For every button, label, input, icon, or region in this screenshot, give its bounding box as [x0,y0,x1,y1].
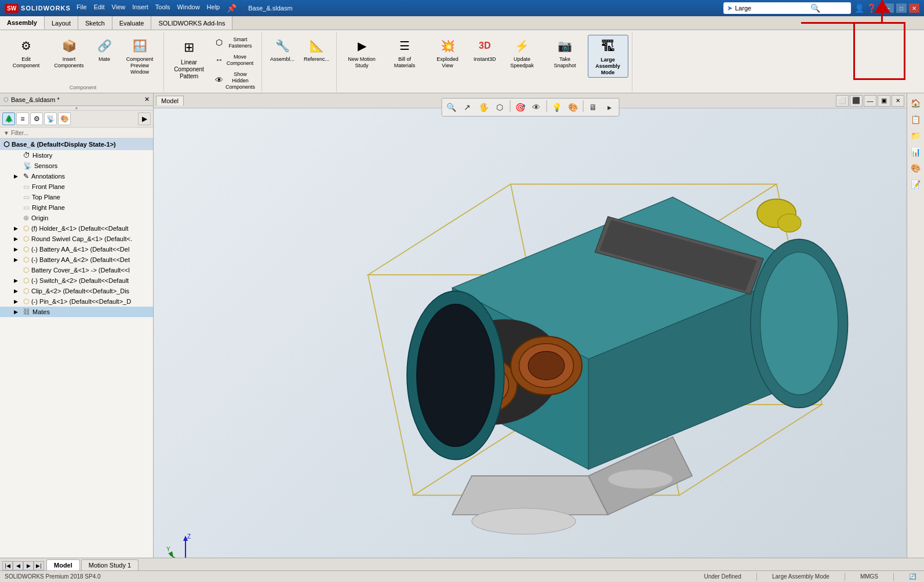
instant3d-button[interactable]: 3D Instant3D [470,35,500,64]
viewport[interactable]: Model ⬜ ⬛ — ▣ ✕ 🔍 ↗ 🖐 ⬡ 🎯 👁 💡 🎨 🖥 ▸ [154,93,907,582]
ft-tab-color[interactable]: 🎨 [58,112,71,125]
close-button[interactable]: ✕ [909,3,919,13]
bottom-tab-model[interactable]: Model [46,559,80,570]
component-preview-icon: 🪟 [130,37,149,55]
tree-item-round-swivel[interactable]: ▶ ⬡ Round Swivel Cap_&<1> (Default<. [0,234,153,244]
svg-point-28 [417,304,494,447]
battery-cover-label: Battery Cover_&<1> -> (Default<<l [31,267,130,274]
tree-item-sensors[interactable]: 📡 Sensors [0,161,153,171]
tree-item-pin-1[interactable]: ▶ ⬡ (-) Pin_&<1> (Default<<Default>_D [0,296,153,307]
new-motion-study-label: New Motion Study [345,56,379,69]
move-component-button[interactable]: ↔ Move Component [212,52,258,68]
tree-item-mates[interactable]: ▶ ⛓ Mates [0,307,153,317]
smart-fasteners-icon: ⬡ [215,37,224,48]
ft-tab-sensor[interactable]: 📡 [44,112,57,125]
rs-folder-btn[interactable]: 📁 [908,128,923,143]
smart-fasteners-button[interactable]: ⬡ Smart Fasteners [212,35,258,51]
tree-item-right-plane[interactable]: ▭ Right Plane [0,202,153,213]
ft-tab-expand[interactable]: ▶ [138,112,151,125]
tree-item-battery-aa-2[interactable]: ▶ ⬡ (-) Battery AA_&<2> (Default<<Det [0,254,153,265]
nav-prev-btn[interactable]: ◀ [13,561,23,570]
tree-item-switch-2[interactable]: ▶ ⬡ (-) Switch_&<2> (Default<<Default [0,275,153,286]
rs-list-btn[interactable]: 📝 [908,177,923,192]
tree-item-battery-aa-1[interactable]: ▶ ⬡ (-) Battery AA_&<1> (Default<<Del [0,244,153,254]
tree-root-node[interactable]: ⬡ Base_& (Default<Display State-1>) [0,139,153,150]
tree-item-history[interactable]: ⏱ History [0,150,153,161]
nav-first-btn[interactable]: |◀ [2,561,13,570]
new-motion-study-button[interactable]: ▶ New Motion Study [341,35,382,71]
menu-tools[interactable]: Tools [155,3,170,13]
linear-pattern-icon: ⊞ [179,37,199,58]
menu-view[interactable]: View [112,3,126,13]
user-icon[interactable]: 👤 [854,3,864,13]
ft-tab-tree[interactable]: 🌲 [2,112,15,125]
history-icon: ⏱ [23,151,30,159]
bottom-section: |◀ ◀ ▶ ▶| Model Motion Study 1 SOLIDWORK… [0,558,924,582]
pin-icon[interactable]: 📌 [227,3,237,13]
large-assembly-mode-button[interactable]: 🏗 Large Assembly Mode [588,35,628,78]
rs-docs-btn[interactable]: 📋 [908,112,923,127]
assembly-label: Assembl... [270,56,294,63]
round-swivel-expand: ▶ [14,236,21,242]
ribbon-tab-bar: Assembly Layout Sketch Evaluate SOLIDWOR… [0,16,924,30]
menu-window[interactable]: Window [177,3,199,13]
reference-button[interactable]: 📐 Referenc... [300,35,333,64]
nav-last-btn[interactable]: ▶| [34,561,44,570]
menu-help[interactable]: Help [207,3,220,13]
menu-insert[interactable]: Insert [132,3,148,13]
close-panel-icon[interactable]: ✕ [144,96,150,103]
holder-icon: ⬡ [23,224,29,232]
tab-assembly[interactable]: Assembly [0,16,45,30]
tree-item-top-plane[interactable]: ▭ Top Plane [0,192,153,202]
restore-button[interactable]: □ [896,3,907,13]
tab-sketch[interactable]: Sketch [78,16,112,30]
edit-component-button[interactable]: ⚙ Edit Component [6,35,46,71]
rs-color-btn[interactable]: 🎨 [908,161,923,176]
minimize-button[interactable]: − [883,3,894,13]
mate-label: Mate [99,56,110,63]
take-snapshot-button[interactable]: 📷 Take Snapshot [545,35,585,71]
menu-edit[interactable]: Edit [94,3,105,13]
panel-resize-handle[interactable]: ● [0,106,153,111]
search-input[interactable] [735,5,810,12]
tree-item-front-plane[interactable]: ▭ Front Plane [0,181,153,192]
tree-item-battery-cover[interactable]: ⬡ Battery Cover_&<1> -> (Default<<l [0,265,153,275]
rs-chart-btn[interactable]: 📊 [908,144,923,159]
update-speedpak-button[interactable]: ⚡ Update Speedpak [502,35,543,71]
rs-home-btn[interactable]: 🏠 [908,96,923,111]
ribbon-group-items-pattern: ⊞ Linear Component Pattern ⬡ Smart Faste… [169,32,258,92]
right-plane-label: Right Plane [32,204,65,211]
search-icon[interactable]: 🔍 [810,3,820,13]
tab-evaluate[interactable]: Evaluate [112,16,152,30]
ft-tab-property[interactable]: ≡ [16,112,29,125]
exploded-view-button[interactable]: 💥 Exploded View [427,35,468,71]
mate-button[interactable]: 🔗 Mate [92,35,117,64]
ft-tab-config[interactable]: ⚙ [30,112,43,125]
component-preview-button[interactable]: 🪟 Component Preview Window [119,35,160,77]
bottom-tab-motion-study[interactable]: Motion Study 1 [81,559,139,570]
feature-tree-panel: ⬡ Base_&.sldasm * ✕ ● 🌲 ≡ ⚙ 📡 🎨 ▶ ▼ Filt… [0,93,154,582]
tree-item-holder[interactable]: ▶ ⬡ (f) Holder_&<1> (Default<<Default [0,223,153,234]
tree-item-annotations[interactable]: ▶ ✎ Annotations [0,171,153,181]
search-arrow-icon[interactable]: ➤ [727,4,733,12]
linear-pattern-button[interactable]: ⊞ Linear Component Pattern [169,35,209,82]
window-controls: − □ ✕ [883,3,919,13]
help-icon[interactable]: ❓ [867,3,876,13]
nav-next-btn[interactable]: ▶ [23,561,34,570]
tab-addins[interactable]: SOLIDWORKS Add-Ins [151,16,232,30]
tab-layout[interactable]: Layout [45,16,78,30]
clip-2-label: Clip_&<2> (Default<<Default>_Dis [31,288,129,294]
bom-button[interactable]: ☰ Bill of Materials [384,35,425,71]
insert-components-button[interactable]: 📦 Insert Components [49,35,89,71]
tree-item-origin[interactable]: ⊕ Origin [0,213,153,223]
assembly-button[interactable]: 🔧 Assembl... [267,35,298,64]
tree-item-clip-2[interactable]: ▶ ⬡ Clip_&<2> (Default<<Default>_Dis [0,286,153,296]
svg-point-24 [608,470,673,489]
solidworks-logo: SW SOLIDWORKS [5,4,71,13]
ribbon-group-assembly-ref: 🔧 Assembl... 📐 Referenc... [263,32,337,92]
reference-icon: 📐 [307,37,326,55]
menu-file[interactable]: File [77,3,87,13]
feature-tree-header: ⬡ Base_&.sldasm * ✕ [0,93,153,106]
statusbar-reconstruct-icon[interactable]: 🔄 [905,573,919,580]
show-hidden-button[interactable]: 👁 Show Hidden Components [212,70,258,92]
